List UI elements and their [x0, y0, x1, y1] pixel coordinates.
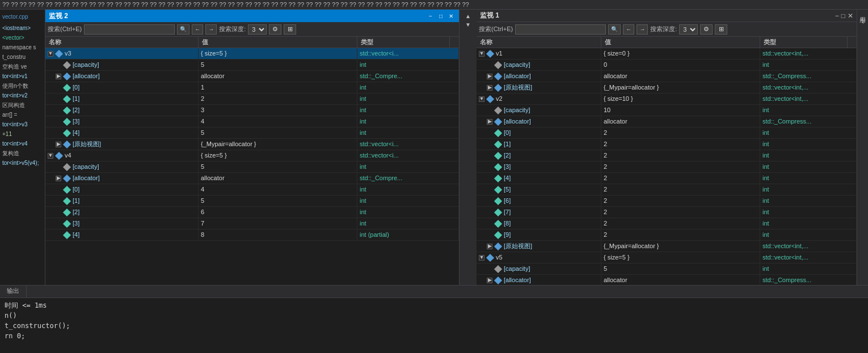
- watch2-search-btn[interactable]: 🔍: [177, 24, 189, 35]
- table-row[interactable]: [2]3int: [45, 105, 459, 116]
- table-row[interactable]: ▼v1{ size=0 }std::vector<int,...: [477, 48, 857, 59]
- watch1-search-btn[interactable]: 🔍: [608, 24, 621, 35]
- watch2-refresh-btn[interactable]: ⊞: [284, 24, 296, 35]
- table-row[interactable]: [6]2int: [477, 195, 857, 207]
- name-cell: ▶[allocator]: [477, 275, 601, 285]
- table-row[interactable]: ▶[原始视图]{_Mypair=allocator }std::vector<i…: [477, 241, 857, 252]
- var-name: [0]: [504, 128, 511, 138]
- variable-icon: [494, 72, 502, 80]
- var-name: [原始视图]: [504, 241, 532, 251]
- table-row[interactable]: [capacity]5int: [45, 59, 459, 71]
- table-row[interactable]: [2]2int: [477, 150, 857, 161]
- watch1-back-btn[interactable]: ←: [623, 24, 634, 35]
- table-row[interactable]: ▶[allocator]allocatorstd::_Compress...: [477, 275, 857, 285]
- watch2-depth-label: 搜索深度:: [219, 25, 246, 33]
- code-line: 复构造: [2, 148, 43, 158]
- name-cell: [capacity]: [45, 59, 199, 70]
- table-row[interactable]: ▼v2{ size=10 }std::vector<int,...: [477, 93, 857, 105]
- expand-btn[interactable]: ▼: [479, 51, 484, 57]
- table-row[interactable]: ▶[原始视图]{_Mypair=allocator }std::vector<i…: [477, 82, 857, 93]
- expand-btn[interactable]: ▼: [48, 153, 53, 159]
- right-badge[interactable]: 专用: [857, 10, 868, 285]
- table-row[interactable]: [capacity]5int: [477, 263, 857, 275]
- table-row[interactable]: [2]6int: [45, 207, 459, 218]
- table-row[interactable]: [4]5int: [45, 127, 459, 139]
- table-row[interactable]: [3]4int: [45, 116, 459, 127]
- expand-btn[interactable]: ▶: [487, 244, 492, 249]
- watch1-close-btn[interactable]: ✕: [848, 12, 853, 20]
- expand-btn[interactable]: ▶: [487, 119, 492, 125]
- watch2-maximize-btn[interactable]: □: [436, 11, 445, 20]
- name-cell: ▼v3: [45, 48, 199, 59]
- code-lines-left: <iostream><vector>namespace st_constru空构…: [2, 23, 43, 168]
- value-cell: 2: [601, 173, 760, 184]
- watch1-toolbar: 搜索(Ctrl+E) 🔍 ← → 搜索深度: 31245 ⚙ ⊞: [477, 22, 857, 37]
- var-name: [3]: [504, 162, 511, 172]
- expand-btn[interactable]: ▶: [487, 74, 492, 79]
- expand-btn[interactable]: ▶: [56, 176, 61, 181]
- table-row[interactable]: ▶[allocator]allocatorstd::_Compress...: [477, 71, 857, 82]
- table-row[interactable]: [5]2int: [477, 184, 857, 195]
- expand-btn[interactable]: ▶: [487, 85, 492, 91]
- table-row[interactable]: ▶[allocator]allocatorstd::_Compress...: [477, 116, 857, 127]
- variable-icon: [494, 197, 502, 205]
- watch1-depth-select[interactable]: 31245: [679, 24, 698, 35]
- table-row[interactable]: [0]2int: [477, 127, 857, 139]
- expand-btn[interactable]: ▼: [479, 96, 484, 102]
- watch1-forward-btn[interactable]: →: [637, 24, 648, 35]
- table-row[interactable]: ▶[原始视图]{_Mypair=allocator }std::vector<i…: [45, 139, 459, 150]
- table-row[interactable]: [3]2int: [477, 161, 857, 173]
- watch2-back-btn[interactable]: ←: [192, 24, 203, 35]
- variable-icon: [494, 117, 502, 125]
- table-row[interactable]: ▼v3{ size=5 }std::vector<i...: [45, 48, 459, 59]
- watch2-depth-select[interactable]: 31245: [248, 24, 267, 35]
- table-row[interactable]: ▼v4{ size=5 }std::vector<i...: [45, 150, 459, 161]
- table-row[interactable]: [0]1int: [45, 82, 459, 93]
- variable-icon: [494, 83, 502, 91]
- expand-btn[interactable]: ▶: [56, 142, 61, 147]
- middle-scroll-up[interactable]: ▲: [464, 12, 472, 20]
- table-row[interactable]: [4]8int (partial): [45, 229, 459, 241]
- table-row[interactable]: [1]5int: [45, 195, 459, 207]
- name-cell: ▶[allocator]: [477, 116, 601, 127]
- table-row[interactable]: [9]2int: [477, 229, 857, 241]
- watch2-forward-btn[interactable]: →: [205, 24, 217, 35]
- table-row[interactable]: [7]2int: [477, 207, 857, 218]
- watch1-filter-btn[interactable]: ⚙: [700, 24, 713, 35]
- expand-btn[interactable]: ▼: [479, 255, 484, 261]
- table-row[interactable]: ▼v5{ size=5 }std::vector<int,...: [477, 252, 857, 263]
- bottom-tab-output[interactable]: 输出: [0, 286, 27, 297]
- watch1-refresh-btn[interactable]: ⊞: [715, 24, 727, 35]
- watch1-minimize-btn[interactable]: −: [835, 12, 839, 20]
- expand-btn[interactable]: ▼: [48, 51, 53, 57]
- code-line: tor<int>v3: [2, 120, 43, 129]
- table-row[interactable]: [capacity]0int: [477, 59, 857, 71]
- watch1-search-input[interactable]: [515, 24, 606, 35]
- table-row[interactable]: [1]2int: [45, 93, 459, 105]
- table-row[interactable]: ▶[allocator]allocatorstd::_Compre...: [45, 71, 459, 82]
- watch2-close-btn[interactable]: ✕: [446, 11, 456, 20]
- table-row[interactable]: [8]2int: [477, 218, 857, 229]
- file-tab[interactable]: vector.cpp: [2, 12, 43, 22]
- watch2-filter-btn[interactable]: ⚙: [269, 24, 281, 35]
- expand-btn[interactable]: ▶: [56, 74, 61, 79]
- table-row[interactable]: [capacity]10int: [477, 105, 857, 116]
- watch2-search-input[interactable]: [84, 24, 175, 35]
- var-name: [allocator]: [73, 71, 100, 81]
- watch1-maximize-btn[interactable]: □: [841, 12, 845, 20]
- code-line: tor<int>v5(v4);: [2, 158, 43, 168]
- menubar: ?? ?? ?? ?? ?? ?? ?? ?? ?? ?? ?? ?? ?? ?…: [0, 0, 868, 10]
- watch2-title: 监视 2: [49, 11, 425, 21]
- watch2-minimize-btn[interactable]: −: [426, 11, 435, 20]
- table-row[interactable]: [4]2int: [477, 173, 857, 184]
- table-row[interactable]: [capacity]5int: [45, 161, 459, 173]
- expand-btn[interactable]: ▶: [487, 278, 492, 283]
- table-row[interactable]: [0]4int: [45, 184, 459, 195]
- table-row[interactable]: [3]7int: [45, 218, 459, 229]
- middle-scroll-down[interactable]: ▼: [464, 20, 472, 29]
- code-line: 空构造 ve: [2, 62, 43, 71]
- table-row[interactable]: [1]2int: [477, 139, 857, 150]
- table-row[interactable]: ▶[allocator]allocatorstd::_Compre...: [45, 173, 459, 184]
- var-name: [9]: [504, 230, 511, 240]
- var-name: [capacity]: [73, 60, 99, 70]
